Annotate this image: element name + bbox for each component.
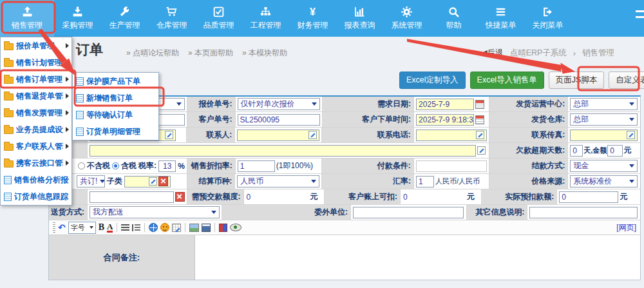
- ship-center-select[interactable]: 总部: [570, 98, 638, 110]
- nav-item-warehouse[interactable]: 仓库管理: [148, 0, 195, 37]
- tax-rate-input[interactable]: 13: [158, 160, 176, 172]
- bold-icon[interactable]: B: [99, 222, 104, 233]
- nav-item-production[interactable]: 生产管理: [101, 0, 148, 37]
- address-input[interactable]: [90, 145, 476, 157]
- excel-import-sales-button[interactable]: Excel导入销售单: [470, 72, 544, 89]
- breadcrumb-module[interactable]: 销售管理: [582, 48, 614, 59]
- insert-image-icon[interactable]: [189, 224, 199, 232]
- nav-item-sales[interactable]: 销售管理: [0, 0, 54, 37]
- menu-item-sales-returns[interactable]: 销售退货单管理: [1, 88, 71, 104]
- font-color-icon[interactable]: A: [107, 223, 113, 233]
- demand-date-input[interactable]: 2025-7-9: [416, 99, 474, 110]
- submenu-item-order-details[interactable]: 订货单明细管理: [73, 123, 158, 140]
- undo-icon[interactable]: ↶: [58, 223, 66, 232]
- align-icon[interactable]: [121, 224, 129, 231]
- submenu-item-new-sales-order[interactable]: 新增销售订单: [73, 90, 158, 106]
- submenu-item-film-order[interactable]: 保护膜产品下单: [73, 73, 158, 90]
- nav-item-finance[interactable]: ¥ 财务管理: [289, 0, 336, 37]
- submenu-item-pending-orders[interactable]: 等待确认订单: [73, 106, 158, 123]
- insert-media-icon[interactable]: [202, 224, 211, 232]
- tax-included-radio[interactable]: [112, 162, 119, 169]
- bar-chart-icon: [354, 6, 366, 18]
- actual-deduct-input[interactable]: 0: [559, 191, 618, 203]
- edit-icon[interactable]: [477, 146, 486, 155]
- menu-item-order-tracking[interactable]: 订货单信息跟踪: [1, 188, 71, 205]
- back-link[interactable]: ◀后退: [481, 48, 504, 59]
- subclass-prefix-select[interactable]: 共订!: [77, 175, 105, 187]
- font-size-select[interactable]: 字号: [68, 222, 96, 234]
- order-time-input[interactable]: 2025-7-9 9:18:36: [416, 114, 474, 126]
- help-link-forum[interactable]: » 点晴论坛帮助: [126, 48, 179, 59]
- menu-item-price-analysis[interactable]: 销售价格分析报告: [1, 171, 71, 188]
- help-link-page[interactable]: » 本页面帮助: [188, 48, 233, 59]
- customer-no-input[interactable]: SL2500095: [238, 114, 320, 126]
- calendar-icon[interactable]: [475, 100, 484, 109]
- nav-item-help[interactable]: 帮助: [430, 0, 477, 37]
- hyperlink-icon[interactable]: [149, 223, 158, 232]
- page-js-script-button[interactable]: 页面JS脚本: [549, 72, 605, 89]
- help-link-module[interactable]: » 本模块帮助: [242, 48, 287, 59]
- exchange-rate-input[interactable]: 1: [416, 176, 434, 187]
- list-icon[interactable]: [132, 224, 140, 231]
- other-info-input[interactable]: [529, 207, 638, 218]
- sales-order-submenu: 保护膜产品下单 新增销售订单 等待确认订单 订货单明细管理: [72, 72, 159, 140]
- prepay-value[interactable]: 0: [247, 193, 251, 202]
- payment-terms-input[interactable]: [416, 160, 487, 172]
- clear-icon[interactable]: [175, 192, 185, 202]
- phone-input[interactable]: [416, 130, 487, 141]
- contract-remarks-editor[interactable]: [195, 235, 640, 280]
- price-source-select[interactable]: 系统标准价: [570, 175, 638, 187]
- settle-method-select[interactable]: 现金: [570, 160, 638, 172]
- menu-item-commission[interactable]: 业务员提成设置: [1, 121, 71, 138]
- edit-icon[interactable]: [476, 131, 484, 139]
- edit-icon[interactable]: [308, 131, 317, 139]
- deduct-value[interactable]: 0: [403, 193, 408, 202]
- menu-item-customer-contacts[interactable]: 客户联系人管理: [1, 138, 71, 155]
- menu-item-sales-invoices[interactable]: 销售发票管理: [1, 104, 71, 121]
- nav-item-quick-menu[interactable]: 快捷菜单: [477, 0, 524, 37]
- nav-item-engineering[interactable]: 工程管理: [242, 0, 289, 37]
- menu-item-sales-plan[interactable]: 销售计划管理: [1, 54, 71, 71]
- warehouse-select[interactable]: 总部: [570, 113, 638, 126]
- nav-item-purchase[interactable]: 采购管理: [54, 0, 101, 37]
- nav-item-close-menu[interactable]: 关闭菜单: [524, 0, 571, 37]
- edit-icon[interactable]: [627, 131, 635, 139]
- nav-item-reports[interactable]: 报表查询: [336, 0, 383, 37]
- tracking-input[interactable]: [90, 191, 174, 203]
- insert-table-icon[interactable]: [172, 224, 181, 232]
- menu-item-xiekeyun[interactable]: 携客云接口管理: [1, 155, 71, 171]
- currency-select[interactable]: 人民币: [237, 175, 319, 187]
- calendar-icon[interactable]: [475, 115, 484, 124]
- menu-item-quotes[interactable]: 报价单管理: [1, 37, 71, 54]
- contact-input[interactable]: [237, 130, 319, 141]
- discount-input[interactable]: 1: [238, 160, 275, 172]
- custom-form-button[interactable]: 自定义表单: [609, 72, 644, 89]
- fax-input[interactable]: [570, 130, 638, 141]
- quote-no-select[interactable]: 仅针对单次报价: [238, 98, 320, 110]
- submenu-arrow-icon: [66, 93, 69, 99]
- breadcrumb-system[interactable]: 点晴ERP子系统: [510, 48, 567, 59]
- richtext-toolbar: ↶ 字号 B A [网页]: [49, 220, 640, 235]
- tax-excluded-radio[interactable]: [78, 162, 85, 169]
- toolbar-drag-handle[interactable]: [53, 222, 55, 233]
- nav-item-quality[interactable]: 品质管理: [195, 0, 242, 37]
- flag-icon[interactable]: [219, 224, 227, 232]
- subclass-input[interactable]: [124, 176, 171, 187]
- webpage-link[interactable]: [网页]: [616, 222, 636, 233]
- nav-item-system[interactable]: 系统管理: [383, 0, 430, 37]
- form-row: 送货方式: 我方配送 委外单位: 其它信息说明:: [49, 205, 640, 220]
- clear-icon[interactable]: [158, 177, 168, 186]
- toolbar-separator: [144, 223, 145, 232]
- outsource-input[interactable]: [353, 207, 464, 218]
- overdue-days-input[interactable]: 0: [570, 145, 583, 157]
- edit-icon[interactable]: [165, 131, 173, 139]
- overdue-amount-input[interactable]: 0: [607, 145, 623, 157]
- delivery-select[interactable]: 我方配送: [90, 206, 220, 218]
- excel-custom-import-button[interactable]: Excel定制导入: [399, 72, 466, 89]
- menu-item-sales-orders[interactable]: 销售订单管理: [1, 71, 71, 88]
- discount-hint: (1即100%): [276, 160, 313, 171]
- nav-label: 采购管理: [62, 20, 93, 31]
- edit-icon[interactable]: [149, 177, 157, 186]
- preview-icon[interactable]: [230, 224, 242, 231]
- emoticon-icon[interactable]: [160, 223, 169, 232]
